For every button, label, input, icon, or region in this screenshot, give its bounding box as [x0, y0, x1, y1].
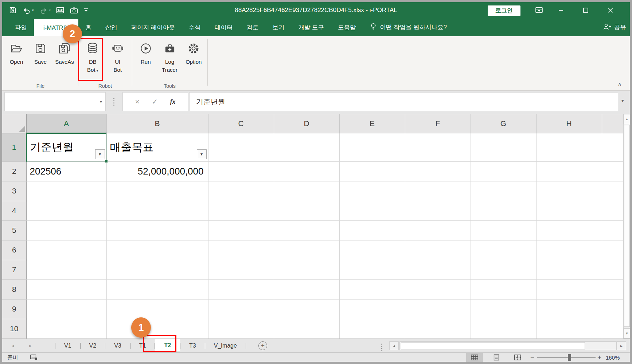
macro-record-icon[interactable] — [30, 354, 37, 362]
select-all-button[interactable] — [2, 114, 26, 133]
cell-F2[interactable] — [405, 161, 471, 181]
cell-H10[interactable] — [536, 319, 602, 338]
sheet-tab-V_image[interactable]: V_image — [205, 339, 246, 353]
zoom-out-button[interactable]: − — [530, 353, 534, 362]
cell-F4[interactable] — [405, 201, 471, 220]
sheet-tab-T3[interactable]: T3 — [180, 339, 205, 353]
scroll-down-icon[interactable]: ▼ — [624, 328, 630, 338]
share-button[interactable]: 공유 — [603, 18, 626, 36]
cell-C3[interactable] — [208, 181, 274, 201]
cell-B9[interactable] — [106, 299, 208, 319]
cell-F1[interactable] — [405, 133, 471, 161]
cell-G9[interactable] — [471, 299, 536, 319]
cell-H9[interactable] — [536, 299, 602, 319]
ribbon-display-options-icon[interactable] — [531, 2, 547, 18]
enter-check-icon[interactable]: ✓ — [152, 97, 158, 106]
run-button[interactable]: Run — [135, 42, 156, 66]
sheet-tab-V1[interactable]: V1 — [55, 339, 80, 353]
collapse-ribbon-icon[interactable]: ∧ — [618, 81, 621, 87]
zoom-level[interactable]: 160% — [606, 353, 620, 362]
vertical-scrollbar[interactable]: ▲ ▼ — [623, 114, 630, 338]
sheet-nav-right-icon[interactable]: ► — [28, 339, 32, 353]
row-header-10[interactable]: 10 — [2, 319, 26, 338]
cell-B4[interactable] — [106, 201, 208, 220]
cell-G8[interactable] — [471, 279, 536, 299]
hscroll-left-icon[interactable]: ◄ — [389, 341, 399, 350]
zoom-slider-track[interactable] — [537, 357, 596, 358]
column-header-C[interactable]: C — [208, 114, 274, 133]
cell-B8[interactable] — [106, 279, 208, 299]
cell-G4[interactable] — [471, 201, 536, 220]
column-header-D[interactable]: D — [274, 114, 339, 133]
cell-C7[interactable] — [208, 260, 274, 279]
cell-B7[interactable] — [106, 260, 208, 279]
cell-A10[interactable] — [26, 319, 106, 338]
filter-button-B1[interactable]: ▾ — [197, 149, 207, 159]
ribbon-tab-검토[interactable]: 검토 — [239, 19, 265, 36]
cell-E9[interactable] — [339, 299, 405, 319]
log-tracer-button[interactable]: Log Tracer — [159, 42, 180, 74]
column-header-A[interactable]: A — [26, 114, 106, 133]
column-header-F[interactable]: F — [405, 114, 471, 133]
cell-D1[interactable] — [274, 133, 339, 161]
tabbar-drag-dots[interactable] — [381, 344, 382, 345]
row-header-4[interactable]: 4 — [2, 201, 26, 220]
row-header-5[interactable]: 5 — [2, 220, 26, 240]
cell-D10[interactable] — [274, 319, 339, 338]
expand-formula-bar-icon[interactable]: ▾ — [621, 98, 624, 103]
cell-C1[interactable] — [208, 133, 274, 161]
ribbon-tab-파일[interactable]: 파일 — [8, 19, 34, 36]
add-sheet-button[interactable]: + — [258, 341, 267, 350]
cell-D6[interactable] — [274, 240, 339, 260]
cancel-x-icon[interactable]: × — [135, 97, 139, 106]
sheet-tab-V2[interactable]: V2 — [81, 339, 105, 353]
save-button[interactable]: Save — [30, 42, 51, 66]
cell-C2[interactable] — [208, 161, 274, 181]
cell-H6[interactable] — [536, 240, 602, 260]
row-header-6[interactable]: 6 — [2, 240, 26, 260]
cell-A6[interactable] — [26, 240, 106, 260]
cell-A7[interactable] — [26, 260, 106, 279]
tell-me-box[interactable]: 어떤 작업을 원하시나요? — [363, 18, 446, 36]
option-button[interactable]: Option — [183, 42, 204, 66]
row-header-9[interactable]: 9 — [2, 299, 26, 319]
sheet-nav-left-icon[interactable]: ◄ — [11, 339, 15, 353]
cell-C10[interactable] — [208, 319, 274, 338]
cell-F8[interactable] — [405, 279, 471, 299]
cell-B3[interactable] — [106, 181, 208, 201]
cell-H7[interactable] — [536, 260, 602, 279]
ribbon-tab-페이지 레이아웃[interactable]: 페이지 레이아웃 — [124, 19, 182, 36]
cell-A9[interactable] — [26, 299, 106, 319]
cell-D4[interactable] — [274, 201, 339, 220]
cell-E3[interactable] — [339, 181, 405, 201]
formula-input[interactable]: 기준년월 — [189, 92, 618, 111]
cell-C8[interactable] — [208, 279, 274, 299]
cell-H3[interactable] — [536, 181, 602, 201]
vertical-scrollbar-thumb[interactable] — [624, 125, 630, 327]
filter-button-A1[interactable]: ▾ — [95, 149, 105, 159]
cell-D8[interactable] — [274, 279, 339, 299]
normal-view-button[interactable] — [466, 353, 483, 362]
ui-bot-button[interactable]: UI Bot — [107, 42, 128, 74]
cell-C6[interactable] — [208, 240, 274, 260]
cell-A4[interactable] — [26, 201, 106, 220]
cell-G6[interactable] — [471, 240, 536, 260]
page-break-view-button[interactable] — [509, 353, 526, 362]
cell-F5[interactable] — [405, 220, 471, 240]
cell-D3[interactable] — [274, 181, 339, 201]
cell-E5[interactable] — [339, 220, 405, 240]
minimize-button[interactable] — [553, 2, 569, 18]
cell-E6[interactable] — [339, 240, 405, 260]
row-header-7[interactable]: 7 — [2, 260, 26, 279]
ribbon-tab-개발 도구[interactable]: 개발 도구 — [291, 19, 331, 36]
cell-H2[interactable] — [536, 161, 602, 181]
row-header-3[interactable]: 3 — [2, 181, 26, 201]
cell-A8[interactable] — [26, 279, 106, 299]
page-layout-view-button[interactable] — [488, 353, 505, 362]
cell-E2[interactable] — [339, 161, 405, 181]
column-header-E[interactable]: E — [339, 114, 405, 133]
horizontal-scrollbar-thumb[interactable] — [401, 342, 585, 349]
cell-D9[interactable] — [274, 299, 339, 319]
hscroll-right-icon[interactable]: ► — [617, 341, 626, 350]
cell-C5[interactable] — [208, 220, 274, 240]
